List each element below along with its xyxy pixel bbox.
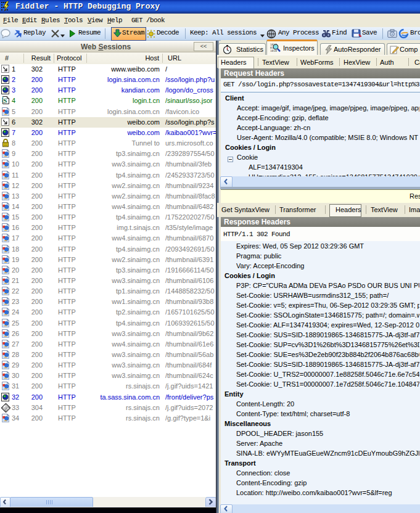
- svg-text:S: S: [3, 97, 7, 104]
- svg-text:1010: 1010: [270, 49, 277, 52]
